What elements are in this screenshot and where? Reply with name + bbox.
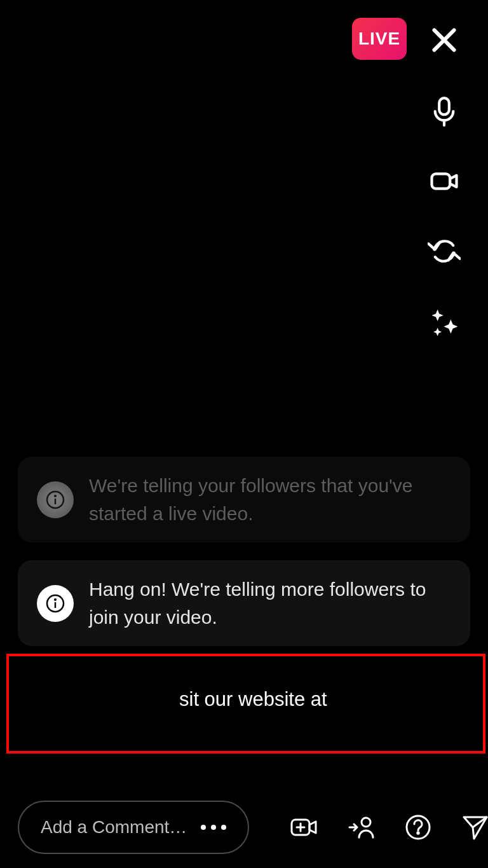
- camera-icon: [428, 165, 461, 198]
- comment-input[interactable]: Add a Comment…: [18, 801, 249, 854]
- notice-item: We're telling your followers that you've…: [18, 457, 470, 542]
- effects-button[interactable]: [422, 299, 466, 343]
- camera-button[interactable]: [422, 159, 466, 203]
- send-button[interactable]: [459, 811, 488, 844]
- comment-text-partial: sit our website at: [179, 688, 327, 711]
- system-notices: We're telling your followers that you've…: [18, 457, 470, 664]
- notice-item: Hang on! We're telling more followers to…: [18, 560, 470, 646]
- invite-person-icon: [346, 812, 376, 843]
- invite-person-button[interactable]: [344, 811, 377, 844]
- more-options-icon[interactable]: [201, 825, 226, 830]
- microphone-button[interactable]: [422, 89, 466, 134]
- bottom-bar: Add a Comment…: [18, 801, 470, 854]
- notice-text: Hang on! We're telling more followers to…: [89, 575, 451, 631]
- flip-camera-icon: [428, 235, 461, 268]
- microphone-icon: [428, 95, 461, 128]
- live-badge: LIVE: [352, 18, 407, 60]
- info-icon: [37, 585, 74, 622]
- help-button[interactable]: [402, 811, 435, 844]
- redacted-user-block: [18, 670, 175, 734]
- live-video-screen: LIVE: [0, 0, 488, 868]
- notice-text: We're telling your followers that you've…: [89, 472, 451, 527]
- live-badge-text: LIVE: [358, 29, 400, 49]
- info-icon: [37, 481, 74, 518]
- send-icon: [460, 812, 488, 843]
- flip-camera-button[interactable]: [422, 229, 466, 273]
- add-video-icon: [288, 812, 319, 843]
- close-icon: [428, 24, 461, 57]
- highlighted-comment-region: sit our website at: [6, 654, 485, 754]
- bottom-actions: [287, 811, 488, 844]
- svg-rect-1: [432, 174, 451, 188]
- right-toolbar: [417, 18, 471, 343]
- close-button[interactable]: [422, 18, 466, 62]
- sparkle-icon: [428, 305, 461, 338]
- svg-point-9: [417, 832, 419, 834]
- profile-preview-redacted: [19, 14, 214, 107]
- svg-point-3: [55, 495, 56, 497]
- svg-point-7: [362, 818, 370, 827]
- svg-point-5: [55, 599, 56, 600]
- help-icon: [403, 812, 433, 843]
- svg-rect-0: [439, 98, 449, 114]
- add-video-button[interactable]: [287, 811, 320, 844]
- comment-placeholder: Add a Comment…: [41, 817, 187, 837]
